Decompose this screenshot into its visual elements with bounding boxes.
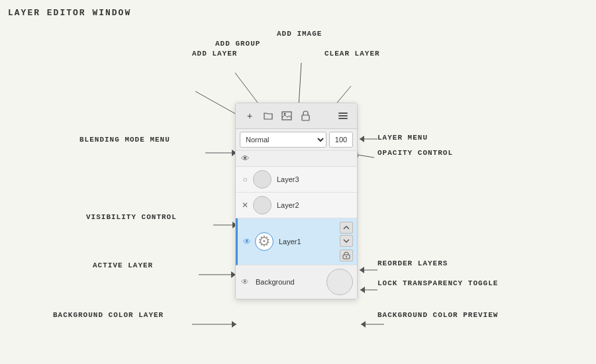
- svg-marker-23: [232, 321, 236, 328]
- hamburger-icon: [336, 110, 350, 122]
- add-image-button[interactable]: [278, 107, 295, 124]
- layer3-visibility[interactable]: ○: [240, 174, 250, 185]
- opacity-input[interactable]: [329, 132, 353, 148]
- background-color-preview[interactable]: [326, 269, 353, 295]
- active-layer-label: ACTIVE LAYER: [93, 261, 153, 269]
- chevron-up-icon: [343, 225, 350, 230]
- visibility-crossed-icon: ✕: [242, 201, 248, 210]
- layer1-visibility[interactable]: 👁: [242, 236, 252, 247]
- layer3-thumb: [253, 170, 272, 189]
- svg-rect-26: [282, 112, 291, 120]
- visibility-control-label: VISIBILITY CONTROL: [86, 213, 177, 221]
- svg-marker-9: [360, 136, 364, 142]
- blending-mode-label: BLENDING MODE MENU: [79, 136, 170, 144]
- layer2-name: Layer2: [274, 201, 353, 209]
- svg-rect-28: [302, 115, 309, 120]
- add-group-label: ADD GROUP: [215, 40, 260, 48]
- reorder-layers-label: REORDER LAYERS: [377, 259, 448, 267]
- active-layer-item[interactable]: 👁 ⚙ Layer1: [236, 218, 357, 265]
- svg-marker-19: [360, 267, 364, 273]
- folder-icon: [263, 111, 273, 121]
- layer3-name: Layer3: [274, 175, 353, 183]
- layer-panel: + Normal: [235, 103, 358, 300]
- background-layer-item[interactable]: 👁 Background: [236, 265, 357, 299]
- bg-color-preview-label: BACKGROUND COLOR PREVIEW: [377, 311, 498, 319]
- blend-mode-select[interactable]: Normal Multiply Screen Overlay: [240, 132, 326, 148]
- reorder-up-button[interactable]: [340, 222, 353, 234]
- lock-icon: [301, 111, 310, 121]
- opacity-control-label: OPACITY CONTROL: [377, 149, 453, 157]
- eye-open-icon: 👁: [241, 277, 249, 287]
- plus-icon: +: [247, 111, 252, 121]
- toolbar: +: [236, 103, 357, 129]
- layer1-controls: [340, 222, 353, 261]
- background-visibility[interactable]: 👁: [240, 277, 250, 287]
- image-icon: [281, 111, 292, 120]
- svg-marker-21: [360, 287, 365, 293]
- lock-transparency-label: LOCK TRANSPARENCY TOGGLE: [377, 279, 498, 287]
- clear-layer-label: CLEAR LAYER: [324, 50, 380, 58]
- reorder-down-button[interactable]: [340, 235, 353, 247]
- layer1-thumb: ⚙: [255, 232, 273, 251]
- lock-transparency-icon: [342, 251, 350, 259]
- svg-point-27: [284, 113, 286, 115]
- global-eye-row: 👁: [236, 151, 357, 167]
- add-group-button[interactable]: [260, 107, 277, 124]
- blend-row: Normal Multiply Screen Overlay: [236, 129, 357, 151]
- add-layer-button[interactable]: +: [241, 107, 258, 124]
- add-layer-label: ADD LAYER: [192, 50, 237, 58]
- clear-layer-button[interactable]: [297, 107, 314, 124]
- layer2-visibility[interactable]: ✕: [240, 200, 250, 210]
- layer-item[interactable]: ✕ Layer2: [236, 193, 357, 218]
- chevron-down-icon: [343, 238, 350, 244]
- layer-list: ○ Layer3 ✕ Layer2 👁 ⚙ Layer1: [236, 167, 357, 299]
- layer2-thumb: [253, 196, 272, 214]
- background-layer-name: Background: [253, 278, 324, 286]
- svg-marker-25: [361, 321, 366, 328]
- global-visibility-icon[interactable]: 👁: [241, 154, 250, 163]
- page-title: LAYER EDITOR WINDOW: [8, 8, 131, 18]
- layer-menu-button[interactable]: [334, 107, 352, 124]
- layer1-name: Layer1: [276, 238, 337, 246]
- lock-transparency-button[interactable]: [340, 250, 353, 261]
- eye-open-icon: ○: [242, 175, 247, 184]
- layer1-gear-icon: ⚙: [258, 233, 271, 250]
- eye-open-icon: 👁: [243, 237, 251, 246]
- layer-item[interactable]: ○ Layer3: [236, 167, 357, 193]
- layer-menu-label: LAYER MENU: [377, 134, 428, 142]
- bg-color-layer-label: BACKGROUND COLOR LAYER: [53, 311, 164, 319]
- add-image-label: ADD IMAGE: [277, 30, 322, 38]
- svg-point-30: [346, 256, 347, 257]
